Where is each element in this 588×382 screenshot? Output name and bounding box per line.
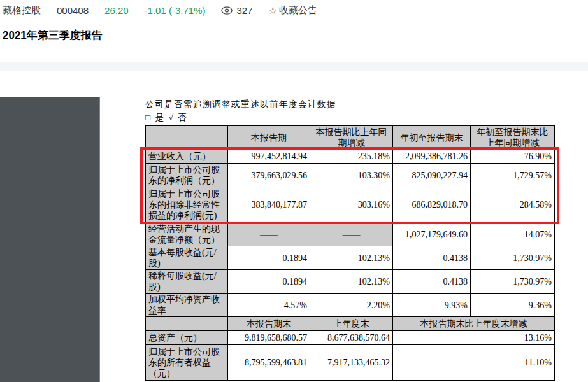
header-cell bbox=[146, 317, 228, 331]
value-cell: 686,829,018.70 bbox=[393, 187, 471, 223]
header-cell: 本报告期比上年同期增减 bbox=[310, 126, 393, 150]
value-cell: 14.07% bbox=[471, 223, 555, 246]
favorite-button[interactable]: ☆ 收藏公告 bbox=[269, 4, 317, 17]
stock-name: 藏格控股 bbox=[3, 4, 41, 17]
table-row: 总资产（元）9,819,658,680.578,677,638,570.6413… bbox=[146, 331, 555, 345]
row-label-cell: 加权平均净资产收益率 bbox=[146, 294, 228, 317]
stock-code: 000408 bbox=[57, 5, 89, 16]
document-page: 公司是否需追溯调整或重述以前年度会计数据 □ 是 √ 否 本报告期本报告期比上年… bbox=[145, 99, 554, 382]
table-row: 营业收入（元）997,452,814.94235.18%2,099,386,78… bbox=[146, 150, 555, 164]
value-cell: 0.1894 bbox=[228, 270, 310, 294]
value-cell: 825,090,227.94 bbox=[393, 164, 471, 187]
stock-change: -1.01 (-3.71%) bbox=[145, 5, 206, 16]
header-cell: 本报告期末 bbox=[228, 317, 310, 331]
header-cell: 本报告期 bbox=[228, 126, 310, 150]
value-cell: 379,663,029.56 bbox=[228, 164, 310, 187]
value-cell: 303.16% bbox=[310, 187, 393, 223]
value-cell: 102.13% bbox=[310, 270, 393, 294]
value-cell: 13.16% bbox=[393, 331, 555, 345]
table-header-row: 本报告期本报告期比上年同期增减年初至报告期末年初至报告期末比上年同期增减 bbox=[146, 126, 555, 150]
value-cell: —— bbox=[228, 223, 310, 246]
row-label-cell: 经营活动产生的现金流量净额（元） bbox=[146, 223, 228, 246]
table-row: 归属于上市公司股东的净利润（元）379,663,029.56103.30%825… bbox=[146, 164, 555, 187]
value-cell: —— bbox=[310, 223, 393, 246]
value-cell: 0.1894 bbox=[228, 246, 310, 270]
value-cell: 8,677,638,570.64 bbox=[310, 331, 393, 345]
stock-price: 26.20 bbox=[104, 5, 129, 16]
question-text: 公司是否需追溯调整或重述以前年度会计数据 bbox=[145, 99, 554, 112]
value-cell: 2,099,386,781.26 bbox=[393, 150, 471, 164]
value-cell: 9.93% bbox=[393, 294, 471, 317]
value-cell: 1,730.97% bbox=[471, 246, 555, 270]
row-label-cell: 营业收入（元） bbox=[146, 150, 228, 164]
value-cell: 76.90% bbox=[471, 150, 555, 164]
value-cell: 997,452,814.94 bbox=[228, 150, 310, 164]
table-row: 归属于上市公司股东的所有者权益（元）8,795,599,463.817,917,… bbox=[146, 345, 555, 381]
row-label-cell: 稀释每股收益(元/股) bbox=[146, 270, 228, 294]
answer-line: □ 是 √ 否 bbox=[145, 112, 554, 125]
report-title: 2021年第三季度报告 bbox=[3, 28, 103, 43]
header-cell: 年初至报告期末比上年同期增减 bbox=[471, 126, 555, 150]
row-label-cell: 归属于上市公司股东的净利润（元） bbox=[146, 164, 228, 187]
separator-band bbox=[0, 62, 588, 71]
value-cell: 9,819,658,680.57 bbox=[228, 331, 310, 345]
table-row: 基本每股收益(元/股)0.1894102.13%0.41381,730.97% bbox=[146, 246, 555, 270]
eye-icon bbox=[221, 6, 233, 15]
row-label-cell: 总资产（元） bbox=[146, 331, 228, 345]
value-cell: 9.36% bbox=[471, 294, 555, 317]
row-label-cell: 基本每股收益(元/股) bbox=[146, 246, 228, 270]
table-row: 归属于上市公司股东的扣除非经常性损益的净利润(元)383,840,177.873… bbox=[146, 187, 555, 223]
financial-summary-table: 本报告期本报告期比上年同期增减年初至报告期末年初至报告期末比上年同期增减营业收入… bbox=[145, 125, 555, 381]
table-row: 经营活动产生的现金流量净额（元）————1,027,179,649.6014.0… bbox=[146, 223, 555, 246]
value-cell: 1,729.57% bbox=[471, 164, 555, 187]
value-cell: 0.4138 bbox=[393, 246, 471, 270]
viewer-background-panel bbox=[0, 97, 100, 382]
header-cell: 年初至报告期末 bbox=[393, 126, 471, 150]
value-cell: 7,917,133,465.32 bbox=[310, 345, 393, 381]
value-cell: 284.58% bbox=[471, 187, 555, 223]
view-count-value: 327 bbox=[236, 5, 252, 16]
row-label-cell: 归属于上市公司股东的扣除非经常性损益的净利润(元) bbox=[146, 187, 228, 223]
financial-summary-table-body: 本报告期本报告期比上年同期增减年初至报告期末年初至报告期末比上年同期增减营业收入… bbox=[146, 126, 555, 381]
value-cell: 383,840,177.87 bbox=[228, 187, 310, 223]
value-cell: 1,027,179,649.60 bbox=[393, 223, 471, 246]
value-cell: 0.4138 bbox=[393, 270, 471, 294]
row-label-cell: 归属于上市公司股东的所有者权益（元） bbox=[146, 345, 228, 381]
header-cell bbox=[146, 126, 228, 150]
value-cell: 4.57% bbox=[228, 294, 310, 317]
value-cell: 8,795,599,463.81 bbox=[228, 345, 310, 381]
value-cell: 11.10% bbox=[393, 345, 555, 381]
header-cell: 本报告期末比上年度末增减 bbox=[393, 317, 555, 331]
value-cell: 235.18% bbox=[310, 150, 393, 164]
star-icon: ☆ bbox=[269, 6, 277, 15]
value-cell: 2.20% bbox=[310, 294, 393, 317]
table-header-row: 本报告期末上年度末本报告期末比上年度末增减 bbox=[146, 317, 555, 331]
view-count: 327 bbox=[221, 5, 252, 16]
favorite-label: 收藏公告 bbox=[279, 4, 317, 17]
value-cell: 103.30% bbox=[310, 164, 393, 187]
table-row: 加权平均净资产收益率4.57%2.20%9.93%9.36% bbox=[146, 294, 555, 317]
stock-header: 藏格控股 000408 26.20 -1.01 (-3.71%) 327 ☆ 收… bbox=[3, 4, 333, 17]
table-row: 稀释每股收益(元/股)0.1894102.13%0.41381,730.97% bbox=[146, 270, 555, 294]
header-cell: 上年度末 bbox=[310, 317, 393, 331]
value-cell: 1,730.97% bbox=[471, 270, 555, 294]
value-cell: 102.13% bbox=[310, 246, 393, 270]
